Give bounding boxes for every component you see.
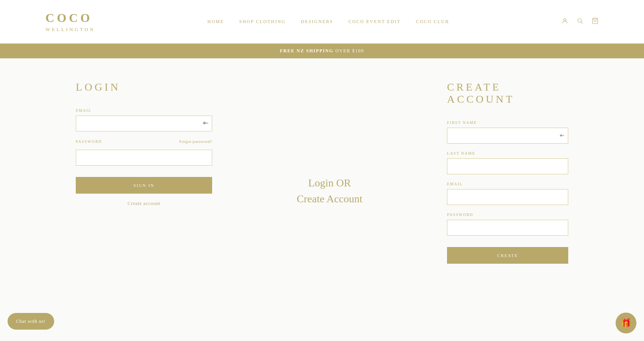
first-name-group: FIRST NAME 🔑︎ bbox=[447, 120, 568, 144]
ca-password-group: PASSWORD bbox=[447, 213, 568, 236]
svg-point-1 bbox=[578, 19, 581, 22]
first-name-label: FIRST NAME bbox=[447, 120, 568, 125]
email-input[interactable] bbox=[76, 116, 212, 131]
last-name-input[interactable] bbox=[447, 158, 568, 174]
announcement-regular: OVER $100 bbox=[333, 48, 364, 53]
nav-shop-clothing[interactable]: SHOP CLOTHING bbox=[239, 19, 286, 25]
chat-widget-button[interactable]: Chat with us! bbox=[8, 313, 54, 330]
email-autofill-icon[interactable]: 🔑︎ bbox=[203, 120, 208, 127]
main-nav: HOME SHOP CLOTHING DESIGNERS COCO EVENT … bbox=[208, 19, 449, 25]
logo-wellington: WELLINGTON bbox=[45, 27, 95, 33]
middle-section: Login OR Create Account bbox=[235, 81, 424, 301]
logo[interactable]: COCO WELLINGTON bbox=[45, 10, 95, 33]
announcement-bar: FREE NZ SHIPPING OVER $100 bbox=[0, 44, 644, 58]
site-header: COCO WELLINGTON HOME SHOP CLOTHING DESIG… bbox=[0, 0, 644, 44]
ca-password-input[interactable] bbox=[447, 220, 568, 236]
forgot-password-link[interactable]: Forgot password? bbox=[179, 139, 212, 144]
last-name-label: LAST NAME bbox=[447, 151, 568, 155]
email-label: EMAIL bbox=[76, 108, 212, 113]
ca-password-label: PASSWORD bbox=[447, 213, 568, 217]
svg-point-0 bbox=[564, 19, 566, 21]
search-svg bbox=[577, 17, 583, 24]
create-account-title: CREATE ACCOUNT bbox=[447, 81, 568, 105]
middle-line1: Login OR bbox=[297, 175, 362, 191]
create-account-link[interactable]: Create account bbox=[76, 200, 212, 206]
create-account-section: CREATE ACCOUNT FIRST NAME 🔑︎ LAST NAME E… bbox=[424, 81, 568, 301]
gift-icon: 🎁 bbox=[621, 318, 631, 328]
create-button[interactable]: CREATE bbox=[447, 247, 568, 264]
password-row: PASSWORD Forgot password? bbox=[76, 139, 212, 144]
cart-svg bbox=[592, 17, 599, 24]
gift-widget-button[interactable]: 🎁 bbox=[616, 313, 636, 333]
email-input-wrapper: 🔑︎ bbox=[76, 116, 212, 131]
cart-icon[interactable] bbox=[592, 17, 599, 26]
last-name-group: LAST NAME bbox=[447, 151, 568, 174]
password-input[interactable] bbox=[76, 150, 212, 166]
announcement-bold: FREE NZ SHIPPING bbox=[280, 48, 333, 53]
user-svg bbox=[561, 17, 568, 24]
ca-email-label: EMAIL bbox=[447, 182, 568, 186]
password-group: PASSWORD Forgot password? bbox=[76, 139, 212, 166]
ca-email-group: EMAIL bbox=[447, 182, 568, 205]
header-icons bbox=[561, 17, 599, 26]
email-group: EMAIL 🔑︎ bbox=[76, 108, 212, 131]
first-name-wrapper: 🔑︎ bbox=[447, 128, 568, 144]
main-content: LOGIN EMAIL 🔑︎ PASSWORD Forgot password?… bbox=[0, 58, 644, 324]
nav-home[interactable]: HOME bbox=[208, 19, 224, 25]
middle-text: Login OR Create Account bbox=[297, 175, 362, 207]
svg-line-2 bbox=[581, 22, 583, 23]
sign-in-button[interactable]: SIGN IN bbox=[76, 177, 212, 194]
ca-email-input[interactable] bbox=[447, 189, 568, 205]
first-name-input[interactable] bbox=[447, 128, 568, 144]
search-icon[interactable] bbox=[577, 17, 583, 26]
account-icon[interactable] bbox=[561, 17, 568, 26]
nav-coco-event-edit[interactable]: COCO EVENT EDIT bbox=[349, 19, 401, 25]
login-title: LOGIN bbox=[76, 81, 212, 93]
first-name-autofill-icon[interactable]: 🔑︎ bbox=[560, 133, 564, 139]
nav-coco-club[interactable]: COCO CLUB bbox=[416, 19, 449, 25]
nav-designers[interactable]: DESIGNERS bbox=[301, 19, 333, 25]
middle-line2: Create Account bbox=[297, 191, 362, 207]
login-section: LOGIN EMAIL 🔑︎ PASSWORD Forgot password?… bbox=[76, 81, 235, 301]
logo-coco: COCO bbox=[45, 10, 95, 26]
password-label: PASSWORD bbox=[76, 139, 102, 144]
